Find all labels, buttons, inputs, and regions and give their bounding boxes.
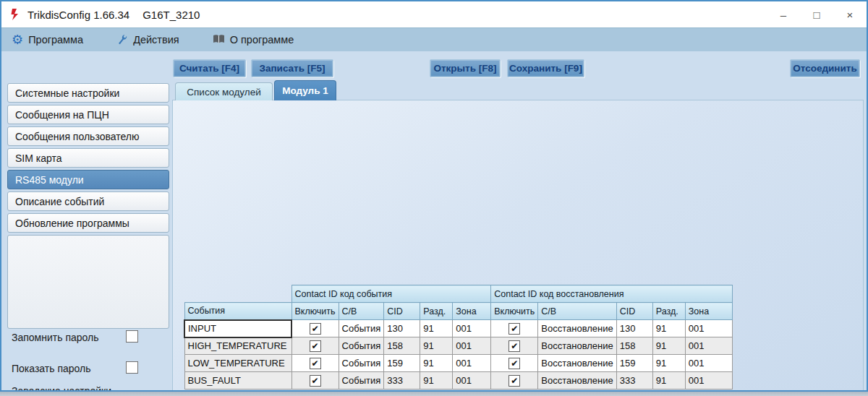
column-header-8: CID: [616, 303, 652, 320]
restore-partition-cell[interactable]: 91: [652, 372, 685, 389]
menu-about-label: О программе: [230, 34, 294, 46]
restore-enabled-cell[interactable]: ✔: [491, 320, 538, 337]
event-cid-cell[interactable]: 159: [384, 355, 420, 372]
restore-sv-cell[interactable]: Восстановление: [538, 372, 616, 389]
event-enabled-checkbox[interactable]: ✔: [310, 375, 321, 387]
restore-enabled-cell[interactable]: ✔: [491, 337, 538, 355]
gear-icon: ⚙: [12, 33, 23, 46]
event-code-group-header: Contact ID код события: [292, 285, 491, 303]
tab-module-1[interactable]: Модуль 1: [274, 80, 336, 100]
read-button[interactable]: Считать [F4]: [173, 59, 246, 77]
table-column-header-row: СобытияВключитьС/ВCIDРазд.ЗонаВключитьС/…: [184, 303, 732, 320]
event-name-cell[interactable]: INPUT: [184, 320, 292, 337]
close-icon[interactable]: ×: [833, 1, 867, 27]
column-header-3: CID: [384, 303, 420, 320]
event-partition-cell[interactable]: 91: [420, 337, 453, 355]
event-enabled-checkbox[interactable]: ✔: [310, 358, 321, 369]
window-title: TrikdisConfig 1.66.34: [27, 9, 129, 21]
event-enabled-checkbox[interactable]: ✔: [310, 323, 321, 335]
event-partition-cell[interactable]: 91: [420, 372, 453, 389]
restore-enabled-cell[interactable]: ✔: [491, 355, 538, 372]
open-button[interactable]: Открыть [F8]: [430, 59, 501, 77]
sidebar-nav: Системные настройкиСообщения на ПЦНСообщ…: [7, 83, 169, 233]
table-row: INPUT✔События13091001✔Восстановление1309…: [184, 320, 732, 337]
disconnect-button[interactable]: Отсоединить: [790, 59, 860, 77]
event-cid-cell[interactable]: 158: [384, 337, 420, 355]
restore-cid-cell[interactable]: 159: [616, 355, 652, 372]
event-sv-cell[interactable]: События: [339, 320, 384, 337]
restore-sv-cell[interactable]: Восстановление: [538, 355, 616, 372]
restore-sv-cell[interactable]: Восстановление: [538, 337, 616, 355]
save-button[interactable]: Сохранить [F9]: [507, 59, 584, 77]
restore-partition-cell[interactable]: 91: [652, 320, 685, 337]
event-zone-cell[interactable]: 001: [453, 337, 491, 355]
sidebar-empty-panel: [7, 235, 169, 329]
event-zone-cell[interactable]: 001: [453, 355, 491, 372]
event-sv-cell[interactable]: События: [339, 355, 384, 372]
event-cid-cell[interactable]: 130: [384, 320, 420, 337]
column-header-1: Включить: [292, 303, 339, 320]
restore-cid-cell[interactable]: 158: [616, 337, 652, 355]
event-enabled-cell[interactable]: ✔: [292, 372, 339, 389]
event-sv-cell[interactable]: События: [339, 337, 384, 355]
show-password-checkbox[interactable]: [126, 361, 138, 374]
restore-enabled-checkbox[interactable]: ✔: [509, 323, 520, 335]
restore-sv-cell[interactable]: Восстановление: [538, 320, 616, 337]
table-row: HIGH_TEMPERATURE✔События15891001✔Восстан…: [184, 337, 732, 355]
event-name-cell[interactable]: LOW_TEMPERATURE: [184, 355, 292, 372]
sidebar-item-user-reporting[interactable]: Сообщения пользователю: [7, 126, 169, 146]
menu-program[interactable]: ⚙ Программа: [12, 33, 83, 46]
event-name-cell[interactable]: BUS_FAULT: [184, 372, 292, 389]
restore-cid-cell[interactable]: 333: [616, 372, 652, 389]
column-header-2: С/В: [339, 303, 384, 320]
sidebar-item-sim-card[interactable]: SIM карта: [7, 148, 169, 168]
maximize-icon[interactable]: □: [800, 1, 833, 27]
factory-settings-label: Заводские настройки: [12, 385, 111, 392]
restore-enabled-checkbox[interactable]: ✔: [509, 358, 520, 369]
menu-about[interactable]: О программе: [213, 34, 294, 46]
sidebar-item-firmware-update[interactable]: Обновление программы: [7, 213, 169, 233]
restore-enabled-checkbox[interactable]: ✔: [509, 340, 520, 352]
sidebar-item-rs485-modules[interactable]: RS485 модули: [7, 170, 169, 189]
event-partition-cell[interactable]: 91: [420, 355, 453, 372]
restore-enabled-cell[interactable]: ✔: [491, 372, 538, 389]
table-row: LOW_TEMPERATURE✔События15991001✔Восстано…: [184, 355, 732, 372]
write-button[interactable]: Записать [F5]: [251, 59, 333, 77]
restore-zone-cell[interactable]: 001: [685, 337, 732, 355]
restore-partition-cell[interactable]: 91: [652, 355, 685, 372]
column-header-7: С/В: [538, 303, 616, 320]
restore-zone-cell[interactable]: 001: [685, 320, 732, 337]
event-name-cell[interactable]: HIGH_TEMPERATURE: [184, 337, 292, 355]
window-shadow: [0, 392, 868, 396]
event-sv-cell[interactable]: События: [339, 372, 384, 389]
restore-zone-cell[interactable]: 001: [685, 355, 732, 372]
remember-password-label: Запомнить пароль: [12, 332, 98, 343]
wrench-icon: [116, 33, 128, 47]
sidebar-item-event-descriptions[interactable]: Описание событий: [7, 191, 169, 211]
events-table: Contact ID код события Contact ID код во…: [184, 285, 733, 389]
remember-password-checkbox[interactable]: [126, 330, 138, 343]
column-header-9: Разд.: [652, 303, 685, 320]
event-enabled-checkbox[interactable]: ✔: [310, 340, 321, 352]
event-zone-cell[interactable]: 001: [453, 372, 491, 389]
event-enabled-cell[interactable]: ✔: [292, 320, 339, 337]
restore-partition-cell[interactable]: 91: [652, 337, 685, 355]
tab-module-list[interactable]: Список модулей: [175, 82, 273, 100]
event-partition-cell[interactable]: 91: [420, 320, 453, 337]
event-enabled-cell[interactable]: ✔: [292, 337, 339, 355]
restore-cid-cell[interactable]: 130: [616, 320, 652, 337]
event-enabled-cell[interactable]: ✔: [292, 355, 339, 372]
menu-actions-label: Действия: [133, 34, 179, 46]
sidebar-item-system-settings[interactable]: Системные настройки: [7, 83, 169, 103]
sidebar-item-cms-reporting[interactable]: Сообщения на ПЦН: [7, 105, 169, 124]
window-device-name: G16T_3210: [142, 9, 200, 21]
minimize-icon[interactable]: –: [767, 1, 800, 27]
show-password-label: Показать пароль: [12, 363, 91, 374]
event-zone-cell[interactable]: 001: [453, 320, 491, 337]
event-cid-cell[interactable]: 333: [384, 372, 420, 389]
menu-actions[interactable]: Действия: [116, 33, 179, 47]
restore-enabled-checkbox[interactable]: ✔: [509, 375, 520, 387]
menu-bar: ⚙ Программа Действия О программе: [1, 27, 867, 51]
restore-zone-cell[interactable]: 001: [685, 372, 732, 389]
table-body: INPUT✔События13091001✔Восстановление1309…: [184, 320, 732, 389]
